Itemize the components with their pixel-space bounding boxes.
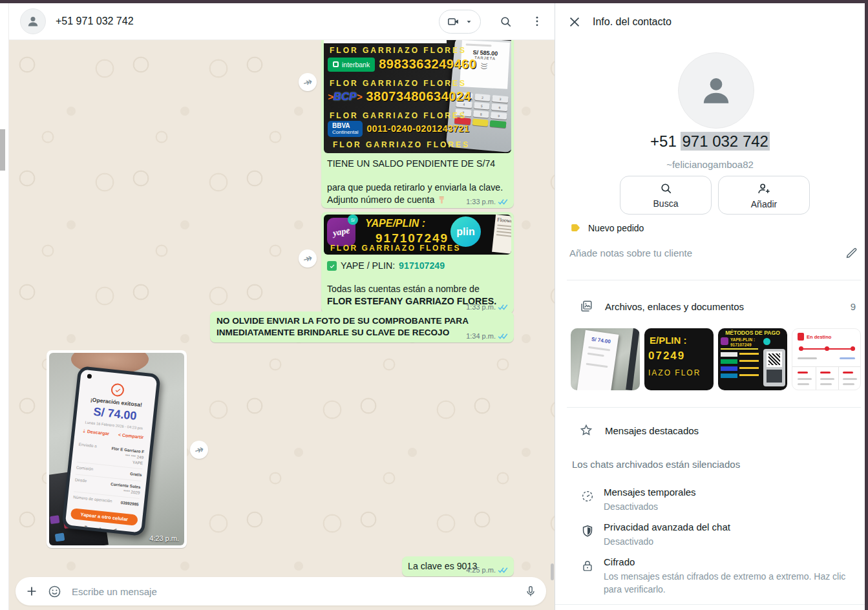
plin-logo: plin (450, 216, 481, 247)
video-call-button[interactable] (439, 10, 481, 34)
receipt-row-label: Comisión (76, 465, 93, 473)
video-camera-icon (447, 15, 460, 28)
media-thumbnail-tracking[interactable]: En destino (792, 328, 861, 390)
account-owner-name: FLOR GARRIAZO FLORES (333, 140, 470, 149)
voice-message-button[interactable] (524, 585, 537, 598)
chevron-down-icon (465, 17, 473, 26)
media-thumbnail-receipt-photo[interactable]: S/ 74.00 (571, 328, 640, 390)
message-text: NO OLVIDE ENVIAR LA FOTO DE SU COMPROBAN… (217, 315, 501, 339)
receipt-row-value: Flor E Garriazo F *** *** 249 YAPE (110, 445, 144, 467)
emoji-button[interactable] (47, 584, 62, 599)
search-contact-button[interactable]: Busca (620, 176, 712, 215)
message-meta: 1:33 p.m. (466, 303, 509, 311)
thumb-line-y (739, 353, 759, 355)
customer-notes-row[interactable]: Añade notas sobre tu cliente (569, 246, 858, 259)
temporary-messages-row[interactable]: Mensajes temporales (604, 487, 696, 498)
panel-title: Info. del contacto (593, 16, 672, 28)
chat-list-edge (0, 3, 9, 610)
interbank-label: interbank (342, 61, 370, 68)
pos-key: 6 (491, 103, 507, 111)
phone-in-photo: ¡Operación exitosa! S/ 74.00 Lunes 16 Fe… (61, 366, 161, 536)
thumb-line (820, 383, 832, 385)
thumb-line (798, 357, 817, 359)
phone-prefix: +51 (650, 132, 677, 150)
yape-logo: yape S/ (327, 218, 355, 246)
yape-plin-image[interactable]: yape S/ YAPE/PLIN : 917107249 FLOR GARRI… (324, 215, 511, 255)
yape-message-caption: YAPE / PLIN: 917107249 Todas las cuentas… (324, 255, 511, 308)
media-thumbnail-metodos-pago[interactable]: MÉTODOS DE PAGO YAPE-PLIN : 917107249 (718, 328, 787, 390)
business-label-text: Nuevo pedido (588, 223, 644, 233)
advanced-privacy-row[interactable]: Privacidad avanzada del chat (604, 521, 730, 532)
thumb-qr (767, 352, 782, 367)
contact-phone-number[interactable]: +51 971 032 742 (555, 132, 865, 151)
pencil-icon[interactable] (845, 246, 858, 259)
bcp-chevron: > (328, 91, 333, 102)
section-divider (567, 407, 861, 408)
thumb-pos (763, 349, 785, 386)
business-label-row[interactable]: Nuevo pedido (569, 222, 644, 234)
thumb-text: 917107249 (730, 342, 752, 347)
read-receipt-double-check-icon (498, 198, 509, 205)
search-in-chat-button[interactable] (499, 15, 513, 28)
message-clave[interactable]: La clave es 9013 4:25 p.m. (402, 556, 514, 576)
close-panel-button[interactable] (567, 15, 582, 29)
message-bank-accounts[interactable]: S/ 585.00 TARJETA ))) 123 456 789 (321, 40, 514, 208)
interbank-account-row: interbank 8983363249460 (328, 57, 476, 72)
chat-header[interactable]: +51 971 032 742 (9, 3, 555, 40)
thumb-line-y (739, 367, 759, 369)
media-thumbnail-yape-plin[interactable]: E/PLIN : 07249 IAZO FLOR (644, 328, 714, 390)
encryption-row[interactable]: Cifrado (604, 556, 635, 567)
pos-key: 2 (474, 94, 491, 101)
download-label: Descargar (87, 429, 110, 436)
message-composer[interactable] (16, 577, 546, 605)
forward-message-button[interactable]: ↠ (299, 73, 317, 91)
forward-message-button[interactable]: ↠ (190, 441, 208, 459)
add-contact-button[interactable]: Añadir (718, 176, 810, 215)
attach-button[interactable] (25, 584, 39, 598)
messages-area[interactable]: S/ 585.00 TARJETA ))) 123 456 789 (9, 40, 555, 610)
contactless-icon: ))) (480, 45, 489, 87)
message-comprobante[interactable]: NO OLVIDE ENVIAR LA FOTO DE SU COMPROBAN… (210, 311, 514, 342)
caption-line: para que pueda retirarlo y enviarla la c… (327, 182, 508, 194)
message-input[interactable] (70, 585, 516, 598)
pos-key: 3 (492, 95, 508, 103)
bank-accounts-image[interactable]: S/ 585.00 TARJETA ))) 123 456 789 (324, 40, 511, 153)
bcp-account-row: >BCP> 38073480634024 (328, 89, 471, 104)
contact-avatar-small[interactable] (20, 8, 46, 34)
card-line (496, 234, 511, 238)
search-icon (499, 15, 513, 28)
chat-list-scrollbar[interactable] (0, 129, 5, 171)
thumb-line (586, 363, 608, 368)
receipt-row-label: Desde (74, 477, 87, 490)
media-links-docs-row[interactable]: Archivos, enlaces y documentos (579, 299, 744, 313)
yape-currency-dot: S/ (348, 215, 358, 225)
notes-placeholder: Añade notas sobre tu cliente (569, 247, 692, 258)
chat-scrollbar[interactable] (551, 563, 554, 580)
message-payment-photo[interactable]: ¡Operación exitosa! S/ 74.00 Lunes 16 Fe… (47, 350, 187, 548)
receipt-row-value: Gratis (130, 471, 142, 478)
forward-arrow-icon: ↠ (301, 74, 313, 90)
search-button-label: Busca (653, 198, 679, 209)
thumb-line (798, 372, 808, 373)
chat-menu-button[interactable] (531, 15, 544, 28)
success-check-icon (111, 383, 125, 397)
read-receipt-double-check-icon (498, 332, 509, 340)
thumb-progress-dot (799, 346, 803, 351)
window-frame-top (0, 0, 868, 3)
bcp-account-number: 38073480634024 (366, 89, 471, 104)
star-icon (579, 423, 593, 437)
media-count: 9 (851, 301, 856, 312)
forward-message-button[interactable]: ↠ (299, 249, 317, 268)
payment-proof-photo[interactable]: ¡Operación exitosa! S/ 74.00 Lunes 16 Fe… (49, 353, 184, 545)
chat-title[interactable]: +51 971 032 742 (56, 16, 134, 27)
thumb-pos-keys (767, 370, 782, 383)
phone-number-link[interactable]: 917107249 (399, 260, 445, 272)
message-meta: 4:25 p.m. (466, 566, 509, 574)
contact-avatar-large[interactable] (678, 52, 754, 129)
kebab-menu-icon (531, 15, 544, 28)
message-yape-plin[interactable]: yape S/ YAPE/PLIN : 917107249 FLOR GARRI… (321, 212, 514, 313)
starred-messages-row[interactable]: Mensajes destacados (579, 423, 699, 437)
thumb-line (587, 353, 604, 357)
thumb-title: En destino (807, 334, 831, 340)
share-link: < Compartir (118, 432, 144, 440)
